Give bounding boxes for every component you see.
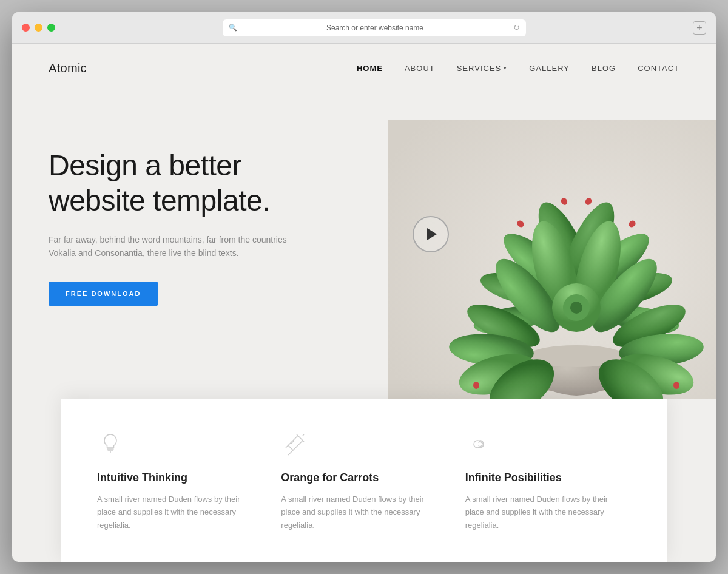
brand-logo[interactable]: Atomic bbox=[49, 61, 87, 75]
feature-text-1: A small river named Duden flows by their… bbox=[97, 493, 244, 532]
search-icon: 🔍 bbox=[229, 24, 237, 32]
traffic-lights bbox=[22, 24, 55, 32]
play-button[interactable] bbox=[413, 216, 449, 252]
maximize-button[interactable] bbox=[47, 24, 55, 32]
hero-content: Design a better website template. Far fa… bbox=[12, 148, 328, 342]
hero-subtitle: Far far away, behind the word mountains,… bbox=[49, 233, 303, 260]
succulent-illustration bbox=[388, 120, 716, 399]
website-content: Atomic HOME ABOUT SERVICES ▾ GALLERY bbox=[12, 44, 716, 562]
feature-title-2: Orange for Carrots bbox=[281, 471, 428, 484]
browser-chrome: 🔍 Search or enter website name ↻ + bbox=[12, 12, 716, 44]
nav-link-about[interactable]: ABOUT bbox=[405, 64, 435, 73]
feature-title-1: Intuitive Thinking bbox=[97, 471, 244, 484]
nav-item-contact[interactable]: CONTACT bbox=[638, 62, 679, 73]
nav-item-home[interactable]: HOME bbox=[357, 62, 383, 73]
feature-item-carrots: Orange for Carrots A small river named D… bbox=[263, 429, 447, 532]
feature-item-thinking: Intuitive Thinking A small river named D… bbox=[97, 429, 263, 532]
navbar: Atomic HOME ABOUT SERVICES ▾ GALLERY bbox=[12, 44, 716, 92]
svg-point-31 bbox=[570, 302, 582, 314]
feature-text-3: A small river named Duden flows by their… bbox=[465, 493, 613, 532]
nav-link-gallery[interactable]: GALLERY bbox=[529, 64, 570, 73]
nav-link-services[interactable]: SERVICES ▾ bbox=[457, 64, 508, 73]
minimize-button[interactable] bbox=[35, 24, 42, 32]
svg-point-28 bbox=[673, 382, 679, 389]
carrot-icon bbox=[281, 429, 428, 459]
nav-item-services[interactable]: SERVICES ▾ bbox=[457, 64, 508, 73]
reload-button[interactable]: ↻ bbox=[513, 23, 520, 32]
address-text: Search or enter website name bbox=[241, 24, 510, 32]
infinity-icon bbox=[465, 429, 613, 459]
nav-item-about[interactable]: ABOUT bbox=[405, 62, 435, 73]
lightbulb-icon bbox=[97, 429, 244, 459]
feature-item-infinite: Infinite Posibilities A small river name… bbox=[447, 429, 631, 532]
nav-link-contact[interactable]: CONTACT bbox=[638, 64, 679, 73]
close-button[interactable] bbox=[22, 24, 30, 32]
feature-title-3: Infinite Posibilities bbox=[465, 471, 613, 484]
address-bar[interactable]: 🔍 Search or enter website name ↻ bbox=[223, 19, 526, 36]
new-tab-button[interactable]: + bbox=[693, 21, 706, 35]
features-section: Intuitive Thinking A small river named D… bbox=[61, 399, 667, 562]
feature-text-2: A small river named Duden flows by their… bbox=[281, 493, 428, 532]
hero-title: Design a better website template. bbox=[49, 148, 328, 218]
browser-window: 🔍 Search or enter website name ↻ + Atomi… bbox=[12, 12, 716, 562]
nav-item-blog[interactable]: BLOG bbox=[592, 62, 616, 73]
nav-link-blog[interactable]: BLOG bbox=[592, 64, 616, 73]
svg-point-27 bbox=[473, 382, 479, 389]
download-button[interactable]: FREE DOWNLOAD bbox=[49, 282, 158, 306]
hero-section: Design a better website template. Far fa… bbox=[12, 92, 716, 399]
play-icon bbox=[427, 228, 437, 240]
chevron-down-icon: ▾ bbox=[504, 65, 507, 71]
hero-image bbox=[388, 120, 716, 399]
nav-links: HOME ABOUT SERVICES ▾ GALLERY BLOG bbox=[357, 62, 679, 73]
nav-item-gallery[interactable]: GALLERY bbox=[529, 62, 570, 73]
nav-link-home[interactable]: HOME bbox=[357, 64, 383, 73]
